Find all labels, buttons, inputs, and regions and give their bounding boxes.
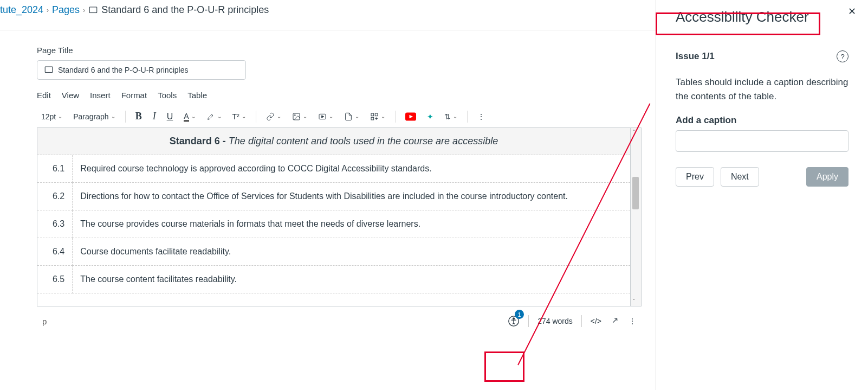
editor-statusbar: p 1 274 words </> ⋮ <box>37 306 642 327</box>
kebab-icon: ⋮ <box>477 112 485 121</box>
text-color-button[interactable]: A⌄ <box>179 110 199 124</box>
apps-button[interactable]: ⌄ <box>366 110 390 123</box>
breadcrumb-course[interactable]: tute_2024 <box>0 4 43 16</box>
standards-table: 6.1Required course technology is approve… <box>37 155 630 293</box>
expand-icon <box>610 316 620 325</box>
next-button[interactable]: Next <box>721 167 759 187</box>
chevron-down-icon: ⌄ <box>111 113 115 119</box>
chevron-down-icon: ⌄ <box>217 113 222 119</box>
svg-rect-8 <box>371 113 374 116</box>
document-icon <box>344 112 353 121</box>
table-row: 6.1Required course technology is approve… <box>37 155 630 183</box>
menu-view[interactable]: View <box>62 91 79 100</box>
chevron-down-icon: ⌄ <box>242 113 246 119</box>
table-row: 6.5The course content facilitates readab… <box>37 266 630 293</box>
chevron-down-icon: ⌄ <box>303 113 307 119</box>
more-button[interactable]: ⋮ <box>473 110 489 123</box>
apply-button[interactable]: Apply <box>806 167 848 187</box>
apps-icon <box>370 112 379 121</box>
a11y-issue-badge: 1 <box>515 310 524 319</box>
chevron-right-icon: › <box>47 7 49 14</box>
fullscreen-button[interactable] <box>610 316 620 327</box>
menu-insert[interactable]: Insert <box>90 91 111 100</box>
caption-label: Add a caption <box>676 115 848 126</box>
menu-table[interactable]: Table <box>187 91 207 100</box>
accessibility-checker-button[interactable]: 1 <box>508 315 520 327</box>
table-row: 6.3The course provides course materials … <box>37 210 630 238</box>
help-button[interactable]: ? <box>837 50 848 62</box>
svg-marker-7 <box>321 116 323 118</box>
element-path[interactable]: p <box>42 317 47 326</box>
page-icon <box>44 65 54 75</box>
breadcrumb: tute_2024 › Pages › Standard 6 and the P… <box>0 0 656 30</box>
svg-rect-9 <box>375 113 378 116</box>
issue-counter: Issue 1/1 <box>676 51 715 62</box>
accessibility-panel: ✕ Accessibility Checker Issue 1/1 ? Tabl… <box>656 0 868 390</box>
bold-button[interactable]: B <box>131 108 146 124</box>
image-icon <box>292 112 301 121</box>
highlight-button[interactable]: ⌄ <box>202 110 226 123</box>
breadcrumb-pages[interactable]: Pages <box>52 4 80 16</box>
menu-tools[interactable]: Tools <box>158 91 177 100</box>
link-icon <box>266 112 275 121</box>
menu-edit[interactable]: Edit <box>37 91 51 100</box>
chevron-down-icon: ⌄ <box>277 113 281 119</box>
chevron-down-icon: ⌄ <box>355 113 359 119</box>
issue-description: Tables should include a caption describi… <box>676 75 848 103</box>
document-button[interactable]: ⌄ <box>340 110 364 123</box>
breadcrumb-current: Standard 6 and the P-O-U-R principles <box>101 4 269 16</box>
caption-input[interactable] <box>676 130 848 152</box>
underline-button[interactable]: U <box>163 110 178 124</box>
editor-content[interactable]: Standard 6 - The digital content and too… <box>37 127 631 306</box>
editor-menubar: Edit View Insert Format Tools Table <box>37 91 656 100</box>
youtube-icon <box>405 112 416 121</box>
html-view-button[interactable]: </> <box>591 317 601 325</box>
sparkle-icon: ✦ <box>427 112 433 121</box>
image-button[interactable]: ⌄ <box>288 110 312 123</box>
prev-button[interactable]: Prev <box>676 167 714 187</box>
page-title-text: Standard 6 and the P-O-U-R principles <box>58 66 188 74</box>
scroll-thumb[interactable] <box>632 177 639 209</box>
svg-rect-2 <box>45 67 53 73</box>
svg-rect-10 <box>371 117 374 120</box>
media-icon <box>318 112 327 121</box>
italic-button[interactable]: I <box>148 108 160 124</box>
font-size-select[interactable]: 12pt⌄ <box>37 110 67 123</box>
highlighter-icon <box>206 112 215 121</box>
page-title-label: Page Title <box>37 46 656 55</box>
sigma-icon: ⇅ <box>444 112 451 121</box>
chevron-down-icon: ⌄ <box>453 113 457 119</box>
page-title-input[interactable]: Standard 6 and the P-O-U-R principles <box>37 60 246 80</box>
chevron-right-icon: › <box>83 7 85 14</box>
block-format-select[interactable]: Paragraph⌄ <box>69 110 119 123</box>
content-heading: Standard 6 - The digital content and too… <box>37 128 630 155</box>
superscript-button[interactable]: T²⌄ <box>228 110 250 123</box>
annotation-highlight-a11y <box>484 351 524 382</box>
math-button[interactable]: ⇅⌄ <box>440 110 462 123</box>
chevron-down-icon: ⌄ <box>381 113 385 119</box>
editor-toolbar: 12pt⌄ Paragraph⌄ B I U A⌄ ⌄ T²⌄ ⌄ ⌄ ⌄ ⌄ … <box>37 105 656 127</box>
chevron-down-icon: ⌄ <box>58 113 62 119</box>
table-row: 6.2Directions for how to contact the Off… <box>37 183 630 210</box>
sparkle-button[interactable]: ✦ <box>423 110 438 123</box>
word-count[interactable]: 274 words <box>537 317 573 325</box>
youtube-button[interactable] <box>401 110 420 123</box>
scroll-down-icon[interactable]: ˇ <box>633 298 635 305</box>
page-icon <box>88 5 98 15</box>
resize-handle[interactable]: ⋮ <box>629 317 636 325</box>
svg-rect-0 <box>89 7 97 13</box>
svg-point-16 <box>513 318 515 319</box>
editor-scrollbar[interactable]: ˆ ˇ <box>631 127 642 306</box>
menu-format[interactable]: Format <box>121 91 147 100</box>
panel-title: Accessibility Checker <box>676 9 848 25</box>
chevron-down-icon: ⌄ <box>191 113 196 119</box>
chevron-down-icon: ⌄ <box>329 113 333 119</box>
link-button[interactable]: ⌄ <box>262 110 286 123</box>
svg-point-5 <box>294 114 295 116</box>
close-button[interactable]: ✕ <box>848 5 856 17</box>
media-button[interactable]: ⌄ <box>314 110 338 123</box>
scroll-up-icon[interactable]: ˆ <box>633 129 635 136</box>
table-row: 6.4Course documents facilitate readabili… <box>37 238 630 266</box>
